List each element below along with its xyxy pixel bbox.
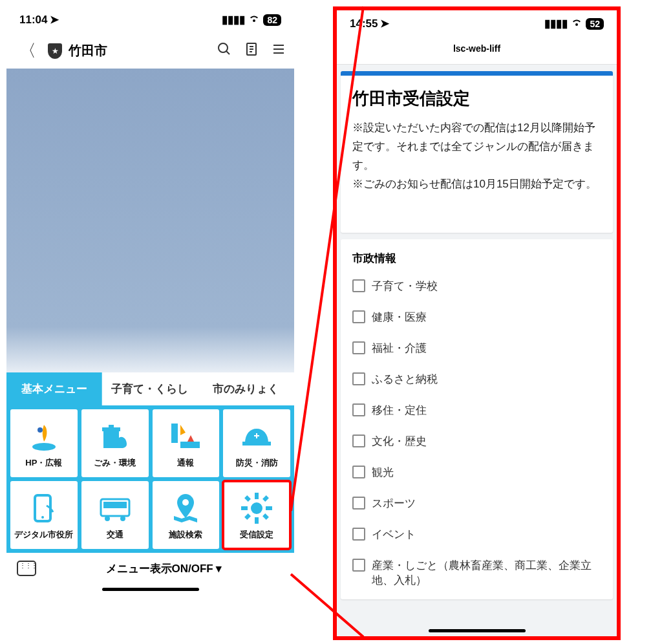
svg-rect-11 xyxy=(103,430,119,448)
hamburger-icon[interactable] xyxy=(271,41,286,61)
tabs-row: 基本メニュー 子育て・くらし 市のみりょく xyxy=(6,372,294,405)
svg-rect-12 xyxy=(102,427,120,431)
svg-rect-33 xyxy=(262,513,269,520)
tile-digital[interactable]: デジタル市役所 xyxy=(10,481,78,549)
search-icon[interactable] xyxy=(217,41,232,61)
checkbox-row[interactable]: 子育て・学校 xyxy=(352,279,601,294)
checkbox-label: 産業・しごと（農林畜産業、商工業、企業立地、入札） xyxy=(372,558,601,588)
home-indicator xyxy=(429,629,526,632)
checkbox-icon[interactable] xyxy=(352,279,365,292)
svg-rect-19 xyxy=(256,433,257,438)
checkbox-label: 文化・歴史 xyxy=(372,434,427,449)
signal-icon: ▮▮▮▮ xyxy=(544,17,568,30)
checkbox-icon[interactable] xyxy=(352,559,365,572)
svg-point-27 xyxy=(251,502,262,514)
trash-icon xyxy=(97,418,133,455)
helmet-icon xyxy=(239,418,275,455)
location-arrow-icon: ➤ xyxy=(380,17,389,30)
wifi-icon xyxy=(248,14,260,27)
bus-icon xyxy=(97,490,133,526)
section-title: 市政情報 xyxy=(352,251,601,266)
svg-rect-17 xyxy=(242,442,271,445)
svg-rect-14 xyxy=(171,424,178,443)
checkbox-icon[interactable] xyxy=(352,466,365,478)
checkbox-label: イベント xyxy=(372,527,416,542)
bottom-bar: メニュー表示ON/OFF ▾ xyxy=(6,553,294,584)
checkbox-row[interactable]: 福祉・介護 xyxy=(352,341,601,356)
logo-icon xyxy=(26,418,62,455)
battery-badge: 82 xyxy=(263,14,281,26)
svg-rect-23 xyxy=(103,502,127,508)
status-bar-right: 14:55 ➤ ▮▮▮▮ 52 xyxy=(337,10,617,37)
checkbox-icon[interactable] xyxy=(352,528,365,541)
checkbox-row[interactable]: スポーツ xyxy=(352,496,601,511)
menu-grid: HP・広報 ごみ・環境 通報 xyxy=(6,405,294,553)
wifi-icon xyxy=(571,17,582,30)
checkbox-row[interactable]: 健康・医療 xyxy=(352,310,601,325)
tile-report[interactable]: 通報 xyxy=(153,409,220,477)
home-indicator xyxy=(102,588,199,591)
back-button[interactable]: 〈 xyxy=(14,37,41,65)
svg-point-26 xyxy=(182,499,189,506)
checkbox-row[interactable]: 移住・定住 xyxy=(352,403,601,418)
battery-badge: 52 xyxy=(586,18,604,30)
svg-point-21 xyxy=(41,516,44,519)
keyboard-icon[interactable] xyxy=(17,561,36,576)
svg-rect-28 xyxy=(255,493,259,499)
svg-point-10 xyxy=(37,427,43,433)
category-section: 市政情報 子育て・学校健康・医療福祉・介護ふるさと納税移住・定住文化・歴史観光ス… xyxy=(341,239,613,599)
tab-miryoku[interactable]: 市のみりょく xyxy=(198,372,294,405)
mobile-icon xyxy=(26,490,62,526)
menu-toggle[interactable]: メニュー表示ON/OFF ▾ xyxy=(44,561,284,576)
checkbox-label: 観光 xyxy=(372,465,394,480)
checkbox-label: 健康・医療 xyxy=(372,310,427,325)
tile-bousai[interactable]: 防災・消防 xyxy=(223,409,290,477)
header-bar: 〈 ★ 竹田市 xyxy=(6,33,294,69)
checkbox-label: 子育て・学校 xyxy=(372,279,438,294)
checkbox-row[interactable]: イベント xyxy=(352,527,601,542)
svg-rect-16 xyxy=(180,442,200,448)
phone-left: 11:04 ➤ ▮▮▮▮ 82 〈 ★ 竹田市 xyxy=(6,6,294,614)
report-icon xyxy=(167,418,204,455)
shield-icon: ★ xyxy=(48,43,62,59)
tile-jushin-settei[interactable]: 受信設定 xyxy=(223,481,290,549)
checkbox-icon[interactable] xyxy=(352,310,365,323)
tab-basic-menu[interactable]: 基本メニュー xyxy=(6,372,102,405)
svg-rect-35 xyxy=(244,513,251,520)
location-arrow-icon: ➤ xyxy=(50,13,59,27)
checkbox-row[interactable]: 産業・しごと（農林畜産業、商工業、企業立地、入札） xyxy=(352,558,601,588)
settings-description: ※設定いただいた内容での配信は12月以降開始予定です。それまでは全てジャンルの配… xyxy=(352,119,601,194)
tile-koutsu[interactable]: 交通 xyxy=(81,481,149,549)
svg-point-25 xyxy=(120,516,125,521)
svg-point-9 xyxy=(32,443,56,451)
checkbox-icon[interactable] xyxy=(352,435,365,447)
checkbox-icon[interactable] xyxy=(352,372,365,385)
checkbox-label: 移住・定住 xyxy=(372,403,427,418)
checkbox-icon[interactable] xyxy=(352,497,365,510)
gear-icon xyxy=(239,490,275,526)
svg-rect-13 xyxy=(109,425,114,427)
tile-gomi[interactable]: ごみ・環境 xyxy=(81,409,149,477)
tile-hp-koho[interactable]: HP・広報 xyxy=(10,409,78,477)
web-page-title: lsc-web-liff xyxy=(337,37,617,65)
background-image xyxy=(6,69,294,372)
settings-title: 竹田市受信設定 xyxy=(352,87,601,110)
tile-shisetsu[interactable]: 施設検索 xyxy=(153,481,220,549)
checkbox-row[interactable]: 観光 xyxy=(352,465,601,480)
checkbox-row[interactable]: 文化・歴史 xyxy=(352,434,601,449)
svg-rect-34 xyxy=(262,495,269,502)
checklist: 子育て・学校健康・医療福祉・介護ふるさと納税移住・定住文化・歴史観光スポーツイベ… xyxy=(352,279,601,588)
checkbox-icon[interactable] xyxy=(352,341,365,354)
svg-rect-29 xyxy=(255,517,259,524)
svg-rect-30 xyxy=(241,506,248,510)
header-title: 竹田市 xyxy=(69,42,210,59)
checkbox-icon[interactable] xyxy=(352,403,365,416)
svg-rect-31 xyxy=(266,506,272,510)
svg-point-0 xyxy=(219,43,228,52)
document-icon[interactable] xyxy=(244,41,259,61)
checkbox-row[interactable]: ふるさと納税 xyxy=(352,372,601,387)
status-time: 11:04 xyxy=(19,14,47,27)
settings-header-card: 竹田市受信設定 ※設定いただいた内容での配信は12月以降開始予定です。それまでは… xyxy=(341,71,613,233)
phone-right: 14:55 ➤ ▮▮▮▮ 52 lsc-web-liff 竹田市受信設定 ※設定… xyxy=(333,6,621,640)
tab-kosodate[interactable]: 子育て・くらし xyxy=(102,372,198,405)
